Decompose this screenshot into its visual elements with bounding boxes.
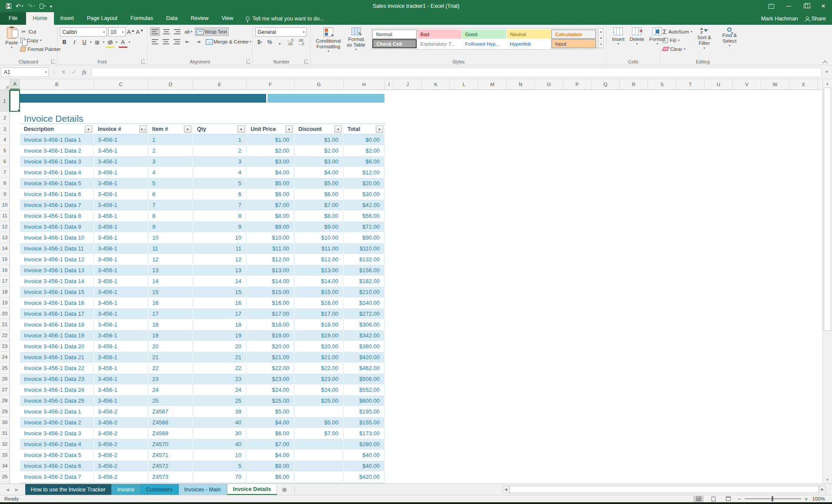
cell-item-number[interactable]: 7 [148, 200, 193, 210]
cell-invoice-number[interactable]: 3-456-1 [94, 178, 148, 189]
active-cell-a1[interactable] [10, 90, 20, 112]
column-header-C[interactable]: C [94, 79, 148, 90]
row-header-10[interactable]: 10 [0, 200, 10, 210]
cell-a[interactable] [10, 265, 20, 276]
cell-discount[interactable]: $15.00 [294, 287, 344, 297]
cell-description[interactable]: Invoice 3-456-1 Data 18 [20, 319, 94, 330]
cell-qty[interactable]: 3 [193, 156, 247, 167]
cell-item-number[interactable]: 5 [148, 178, 193, 189]
ribbon-tab-page-layout[interactable]: Page Layout [80, 12, 124, 25]
cell-qty[interactable]: 30 [193, 428, 247, 439]
cell-a[interactable] [10, 417, 20, 428]
cell-total[interactable]: $40.00 [344, 450, 385, 461]
cell-description[interactable]: Invoice 3-456-1 Data 2 [20, 145, 94, 156]
borders-button[interactable]: ⊞ [93, 38, 102, 47]
cell-total[interactable]: $552.00 [344, 384, 385, 395]
cut-button[interactable]: ✂Cut [20, 27, 60, 36]
underline-button[interactable]: U [80, 38, 89, 47]
increase-font-button[interactable]: A▲ [127, 29, 135, 35]
alignment-dialog-launcher[interactable] [247, 60, 251, 63]
row-header-24[interactable]: 24 [0, 352, 10, 363]
cell-qty[interactable]: 70 [193, 471, 247, 482]
cell-discount[interactable]: $9.00 [294, 221, 344, 232]
cell-item-number[interactable]: 1 [148, 134, 193, 145]
cell-discount[interactable]: $6.00 [294, 189, 344, 200]
row-header-8[interactable]: 8 [0, 178, 10, 189]
cell-a[interactable] [10, 352, 20, 363]
cell-total[interactable]: $110.00 [344, 243, 385, 254]
cell-invoice-number[interactable]: 3-456-1 [94, 287, 148, 297]
row-header-11[interactable]: 11 [0, 210, 10, 221]
cell-a[interactable] [10, 254, 20, 265]
cell-total[interactable]: $462.00 [344, 363, 385, 374]
cell-qty[interactable]: 2 [193, 145, 247, 156]
cell-invoice-number[interactable]: 3-456-2 [94, 450, 148, 461]
table-header-item[interactable]: Item #▼ [148, 124, 193, 134]
cell-qty[interactable]: 21 [193, 352, 247, 363]
cell-unit-price[interactable]: $14.00 [247, 276, 294, 287]
cell-description[interactable]: Invoice 3-456-1 Data 13 [20, 265, 94, 276]
cell-invoice-number[interactable]: 3-456-1 [94, 189, 148, 200]
cell-a[interactable] [10, 439, 20, 450]
cell-item-number[interactable]: 15 [148, 287, 193, 297]
cell-a[interactable] [10, 210, 20, 221]
cell-a[interactable] [10, 330, 20, 341]
cell-invoice-number[interactable]: 3-456-2 [94, 417, 148, 428]
cell-discount[interactable]: $4.00 [294, 167, 344, 178]
cell-qty[interactable]: 13 [193, 265, 247, 276]
cell-a[interactable] [10, 156, 20, 167]
cell-unit-price[interactable]: $4.00 [247, 417, 294, 428]
cell-invoice-number[interactable]: 3-456-1 [94, 167, 148, 178]
cell-a[interactable] [10, 243, 20, 254]
column-header-G[interactable]: G [294, 79, 344, 90]
table-header-discount[interactable]: Discount▼ [294, 124, 344, 134]
cell-unit-price[interactable]: $6.00 [247, 428, 294, 439]
cell-total[interactable]: $272.00 [344, 308, 385, 319]
cell-a[interactable] [10, 297, 20, 308]
column-header-I[interactable]: I [385, 79, 394, 90]
cell-description[interactable]: Invoice 3-456-2 Data 3 [20, 428, 94, 439]
column-header-E[interactable]: E [193, 79, 247, 90]
column-header-P[interactable]: P [563, 79, 591, 90]
cancel-entry-button[interactable]: ✕ [58, 69, 69, 75]
middle-align-button[interactable] [161, 27, 171, 36]
sheet-tab-customers[interactable]: Customers [140, 484, 178, 495]
formula-bar-handle[interactable]: ⋮ [49, 69, 58, 75]
share-button[interactable]: Share [805, 16, 826, 22]
zoom-slider-thumb[interactable] [772, 496, 773, 501]
find-select-button[interactable]: Find & Select ▾ [716, 27, 743, 48]
table-header-description[interactable]: Description▼ [20, 124, 94, 134]
page-layout-view-button[interactable] [708, 496, 718, 502]
column-header-R[interactable]: R [620, 79, 648, 90]
row-header-23[interactable]: 23 [0, 341, 10, 352]
style-followed-hyp[interactable]: Followed Hyp... [462, 39, 506, 48]
cell-qty[interactable]: 10 [193, 232, 247, 243]
row-header-4[interactable]: 4 [0, 134, 10, 145]
orientation-button[interactable]: ab▾ [183, 27, 194, 36]
insert-cells-button[interactable]: Insert ▾ [609, 27, 627, 47]
undo-button[interactable]: ↶▾ [16, 3, 23, 10]
font-color-button[interactable]: A [119, 38, 127, 47]
cell-unit-price[interactable]: $17.00 [247, 308, 294, 319]
cell-qty[interactable]: 40 [193, 417, 247, 428]
cell-unit-price[interactable]: $7.00 [247, 439, 294, 450]
cell-discount[interactable]: $14.00 [294, 276, 344, 287]
cell-item-number[interactable]: 8 [148, 210, 193, 221]
row-header-30[interactable]: 30 [0, 417, 10, 428]
cell-a[interactable] [10, 450, 20, 461]
close-button[interactable]: ✕ [815, 0, 832, 12]
cell-description[interactable]: Invoice 3-456-2 Data 7 [20, 471, 94, 482]
cell-item-number[interactable]: Z4568 [148, 417, 193, 428]
user-name[interactable]: Mark Hachman [761, 16, 798, 22]
cell-unit-price[interactable]: $5.00 [247, 178, 294, 189]
cell-qty[interactable]: 6 [193, 189, 247, 200]
cell-invoice-number[interactable]: 3-456-2 [94, 439, 148, 450]
ribbon-tab-home[interactable]: Home [26, 12, 53, 25]
cell-description[interactable]: Invoice 3-456-1 Data 11 [20, 243, 94, 254]
style-good[interactable]: Good [462, 30, 506, 39]
row-header-2[interactable]: 2 [0, 112, 10, 124]
cell-unit-price[interactable]: $19.00 [247, 330, 294, 341]
cell-item-number[interactable]: 17 [148, 308, 193, 319]
cell-invoice-number[interactable]: 3-456-1 [94, 330, 148, 341]
column-header-A[interactable]: A [10, 79, 20, 90]
